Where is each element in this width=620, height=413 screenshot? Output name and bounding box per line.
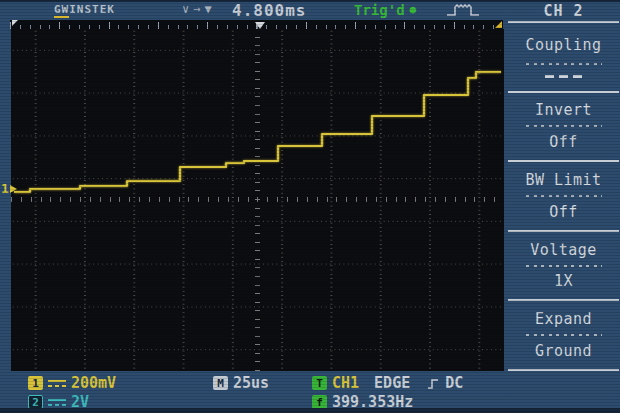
menu-item-label: Voltage [530,241,597,259]
ch2-badge-icon: 2 [28,395,43,409]
menu-item-voltage-probe[interactable]: Voltage 1X [508,232,619,302]
triangle-down-icon: ▼ [204,2,211,16]
soft-menu: CH 2 Coupling Invert Off BW Limit Off Vo… [505,0,620,371]
triangle-right-icon [10,185,17,193]
trigger-coupling: DC [445,374,463,392]
ch1-ground-marker-label: 1 [1,181,9,196]
dotted-divider [526,195,602,197]
trigger-readout: T CH1 EDGE DC [312,375,463,391]
menu-item-value: 1X [554,272,573,290]
menu-item-value: Off [549,203,578,221]
menu-item-label: BW Limit [525,171,601,189]
chevron-down-icon: ∨ [182,2,189,16]
menu-item-label: Expand [535,310,592,328]
memory-end-marker-icon [495,21,502,28]
ch1-badge-icon: 1 [28,376,43,390]
ch1-ground-marker[interactable]: 1 [1,181,17,196]
menu-item-invert[interactable]: Invert Off [508,93,619,163]
brand-logo: GWINSTEK [54,3,115,16]
memory-start-marker-icon [12,20,18,26]
timebase-badge-icon: M [213,376,228,390]
screen-bottom-edge [0,408,620,413]
menu-title: CH 2 [508,0,619,23]
arrow-right-icon: → [193,2,200,16]
menu-item-value: Off [549,133,578,151]
horizontal-position-icons: ∨ → ▼ [182,2,212,16]
pulse-train-icon [446,2,482,18]
frequency-badge-icon: f [312,395,327,409]
dc-coupling-icon [545,75,583,78]
brand-logo-rest: INSTEK [69,3,115,16]
menu-item-value: Ground [535,342,592,360]
trigger-type: EDGE [374,374,410,392]
menu-item-label: Coupling [525,36,601,54]
ch1-trace-path [14,72,501,192]
trigger-source: CH1 [332,374,359,392]
dc-symbol-icon [48,380,66,387]
brand-logo-gw: GW [54,3,69,18]
dotted-divider [526,265,602,267]
menu-item-label: Invert [535,101,592,119]
trigger-status-dot-icon: ● [410,3,417,17]
ch1-scale-readout: 1 200mV [28,375,116,391]
trigger-position-marker-icon[interactable] [255,22,265,29]
horizontal-offset-readout: 4.800ms [232,1,306,20]
trigger-badge-icon: T [312,376,327,390]
menu-item-expand[interactable]: Expand Ground [508,301,619,371]
waveform-trace [11,29,504,371]
trigger-status: Trig'd ● [354,2,416,18]
time-per-div: 25us [233,374,269,392]
dc-symbol-icon [48,399,66,406]
dotted-divider [526,334,602,336]
waveform-display [11,29,504,371]
menu-item-bw-limit[interactable]: BW Limit Off [508,162,619,232]
menu-item-coupling[interactable]: Coupling [508,23,619,93]
timebase-readout: M 25us [213,375,269,391]
ch1-volts-per-div: 200mV [71,374,116,392]
trigger-status-label: Trig'd [354,2,405,18]
dotted-divider [526,63,602,65]
dotted-divider [526,125,602,127]
oscilloscope-screen: { "header": { "logo_gw": "GW", "logo_res… [0,0,620,413]
rising-edge-icon [427,377,439,390]
